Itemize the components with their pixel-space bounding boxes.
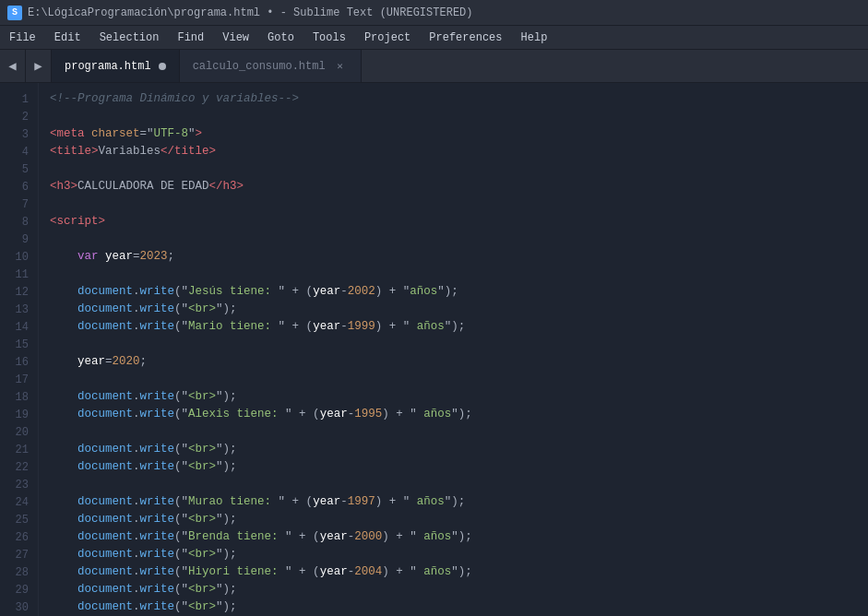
line-num-16: 16 [7,353,29,371]
tab-calculo-consumo[interactable]: calculo_consumo.html ✕ [180,50,362,82]
menu-tools[interactable]: Tools [303,26,355,49]
line-num-27: 27 [7,546,29,563]
tab-modified-dot [159,63,166,70]
line-num-23: 23 [7,476,29,493]
line-num-6: 6 [7,178,29,195]
tab-close-button[interactable]: ✕ [333,59,348,74]
tab-nav-back[interactable]: ◀ [0,50,26,82]
menu-goto[interactable]: Goto [258,26,303,49]
line-num-10: 10 [7,248,29,266]
tabbar: ◀ ▶ programa.html calculo_consumo.html ✕ [0,50,868,83]
menu-file[interactable]: File [0,26,45,49]
line-num-25: 25 [7,511,29,528]
menu-help[interactable]: Help [512,26,557,49]
titlebar: S E:\LógicaProgramación\programa.html • … [0,0,868,26]
line-num-5: 5 [7,160,29,178]
line-num-12: 12 [7,283,29,301]
line-num-3: 3 [7,125,29,143]
line-num-8: 8 [7,213,29,231]
tab-label: programa.html [65,60,151,73]
line-num-22: 22 [7,458,29,476]
menu-project[interactable]: Project [355,26,420,49]
tab-nav-forward[interactable]: ▶ [26,50,52,82]
line-num-11: 11 [7,266,29,283]
line-num-19: 19 [7,406,29,423]
line-numbers: 1 2 3 4 5 6 7 8 9 10 11 12 13 14 15 16 1… [0,83,39,616]
line-num-26: 26 [7,528,29,546]
line-num-29: 29 [7,581,29,598]
line-num-15: 15 [7,336,29,353]
tab-label: calculo_consumo.html [193,60,326,73]
window-title: E:\LógicaProgramación\programa.html • - … [28,6,472,19]
line-num-9: 9 [7,231,29,248]
menu-edit[interactable]: Edit [45,26,90,49]
line-num-18: 18 [7,388,29,406]
line-num-4: 4 [7,143,29,160]
menubar: File Edit Selection Find View Goto Tools… [0,26,868,50]
code-content[interactable]: <!--Programa Dinámico y variables--> <me… [39,83,868,616]
editor: 1 2 3 4 5 6 7 8 9 10 11 12 13 14 15 16 1… [0,83,868,616]
line-num-17: 17 [7,371,29,388]
line-num-1: 1 [7,90,29,108]
line-num-24: 24 [7,493,29,511]
line-num-30: 30 [7,598,29,616]
line-num-21: 21 [7,441,29,458]
menu-preferences[interactable]: Preferences [420,26,511,49]
line-num-2: 2 [7,108,29,125]
line-num-7: 7 [7,195,29,213]
line-num-14: 14 [7,318,29,336]
menu-find[interactable]: Find [168,26,213,49]
line-num-28: 28 [7,563,29,581]
line-num-20: 20 [7,423,29,441]
tab-programa-html[interactable]: programa.html [52,50,180,82]
line-num-13: 13 [7,301,29,318]
menu-selection[interactable]: Selection [90,26,169,49]
menu-view[interactable]: View [213,26,258,49]
app-icon: S [7,6,22,20]
